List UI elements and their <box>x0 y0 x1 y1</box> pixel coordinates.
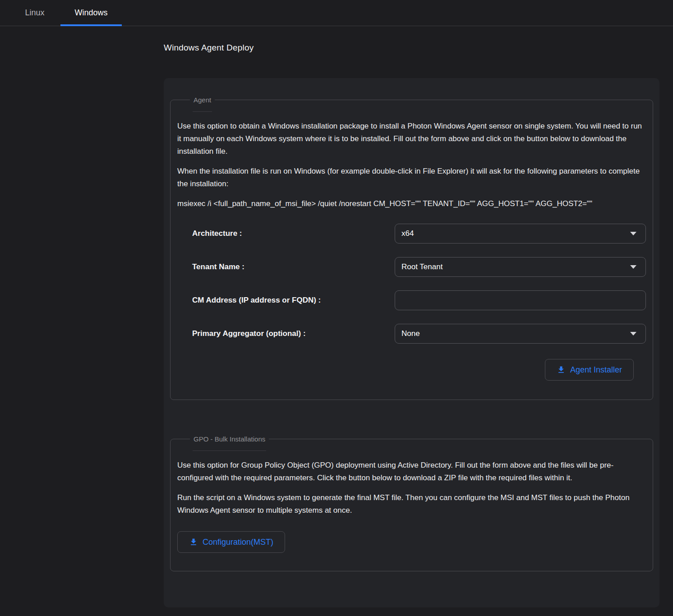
architecture-label: Architecture : <box>192 229 395 238</box>
page-title: Windows Agent Deploy <box>164 43 659 53</box>
gpo-section-legend: GPO - Bulk Installations <box>190 435 269 443</box>
form-row-architecture: Architecture : x64 <box>192 224 646 244</box>
form-row-primary-aggregator: Primary Aggregator (optional) : None <box>192 324 646 344</box>
agent-section-legend: Agent <box>190 96 215 104</box>
agent-button-row: Agent Installer <box>177 359 646 381</box>
primary-aggregator-label: Primary Aggregator (optional) : <box>192 329 395 338</box>
agent-installer-button[interactable]: Agent Installer <box>545 359 634 381</box>
gpo-section: GPO - Bulk Installations Use this option… <box>170 435 653 571</box>
gpo-intro-text: Use this option for Group Policy Object … <box>177 459 646 484</box>
tenant-name-select[interactable]: Root Tenant <box>395 257 646 277</box>
tab-bar: Linux Windows <box>0 0 673 26</box>
page-content: Windows Agent Deploy Agent Use this opti… <box>0 26 673 607</box>
primary-aggregator-select-value: None <box>401 329 420 338</box>
msiexec-command-text: msiexec /i <full_path_name_of_msi_file> … <box>177 198 646 210</box>
tenant-name-label: Tenant Name : <box>192 262 395 271</box>
configuration-mst-button-label: Configuration(MST) <box>203 538 273 547</box>
agent-parameters-text: When the installation file is run on Win… <box>177 165 646 190</box>
form-row-tenant-name: Tenant Name : Root Tenant <box>192 257 646 277</box>
gpo-run-script-text: Run the script on a Windows system to ge… <box>177 492 646 517</box>
agent-form: Architecture : x64 Tenant Name : Root Te… <box>177 224 646 344</box>
chevron-down-icon <box>630 332 636 336</box>
form-row-cm-address: CM Address (IP address or FQDN) : <box>192 290 646 310</box>
chevron-down-icon <box>630 232 636 235</box>
tab-linux[interactable]: Linux <box>9 0 60 26</box>
architecture-select[interactable]: x64 <box>395 224 646 244</box>
tenant-name-select-value: Root Tenant <box>401 262 443 271</box>
agent-section: Agent Use this option to obtain a Window… <box>170 96 653 400</box>
deploy-card: Agent Use this option to obtain a Window… <box>164 78 659 607</box>
agent-intro-text: Use this option to obtain a Windows inst… <box>177 120 646 158</box>
cm-address-label: CM Address (IP address or FQDN) : <box>192 296 395 305</box>
configuration-mst-button[interactable]: Configuration(MST) <box>177 531 285 553</box>
download-icon <box>189 538 198 547</box>
agent-installer-button-label: Agent Installer <box>570 365 622 375</box>
architecture-select-value: x64 <box>401 229 414 238</box>
primary-aggregator-select[interactable]: None <box>395 324 646 344</box>
chevron-down-icon <box>630 265 636 269</box>
tab-windows[interactable]: Windows <box>60 0 122 26</box>
gpo-button-row: Configuration(MST) <box>177 531 646 553</box>
download-icon <box>557 365 566 374</box>
cm-address-input[interactable] <box>395 290 646 310</box>
